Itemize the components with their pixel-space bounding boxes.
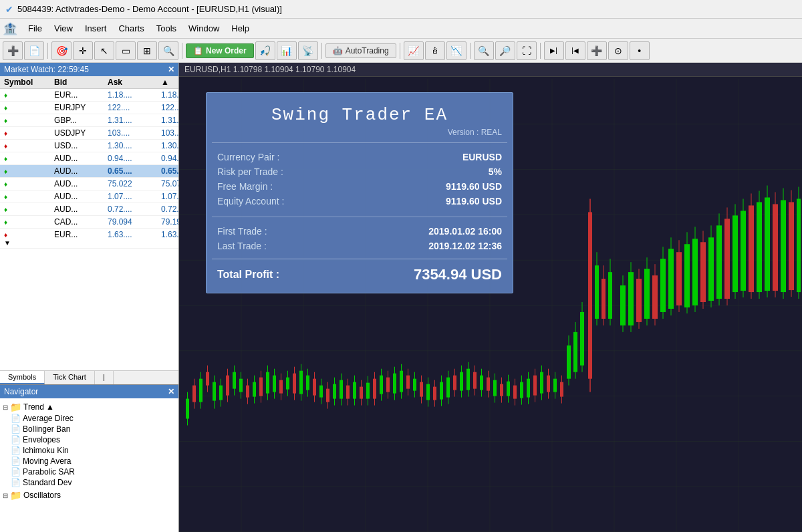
new-order-icon: 📋 — [193, 46, 203, 55]
menu-file[interactable]: File — [23, 22, 47, 35]
toolbar-fish[interactable]: 🎣 — [255, 41, 275, 60]
market-watch: Market Watch: 22:59:45 ✕ Symbol Bid Ask … — [0, 63, 178, 385]
market-watch-row[interactable]: ♦ USDJPY 103.... 103.... — [0, 127, 178, 140]
nav-item-label: Ichimoku Kin — [23, 446, 69, 455]
ea-first-trade-row: First Trade : 2019.01.02 16:00 — [217, 224, 502, 239]
nav-item[interactable]: 📄 Moving Avera — [3, 456, 176, 467]
menu-tools[interactable]: Tools — [151, 22, 182, 35]
ea-profit-label: Total Profit : — [217, 269, 279, 281]
navigator-close[interactable]: ✕ — [168, 387, 174, 396]
toolbar-tf-m5[interactable]: |◀ — [565, 41, 585, 60]
ask-value: 0.65... — [161, 166, 174, 176]
ask-value: 1.31... — [161, 116, 174, 125]
market-watch-row[interactable]: ♦ EURJPY 122.... 122.... — [0, 102, 178, 114]
market-watch-row[interactable]: ♦ GBP... 1.31.... 1.31... — [0, 114, 178, 127]
direction-icon: ♦ — [4, 104, 54, 112]
menu-insert[interactable]: Insert — [80, 22, 112, 35]
menu-charts[interactable]: Charts — [113, 22, 149, 35]
toolbar-green-plus[interactable]: ➕ — [3, 41, 23, 60]
tab-tick-chart[interactable]: Tick Chart — [45, 371, 95, 384]
ea-risk-row: Risk per Trade : 5% — [217, 164, 502, 179]
toolbar-sep4 — [400, 43, 400, 59]
market-watch-table: Symbol Bid Ask ▲ ♦ EUR... 1.18.... 1.18.… — [0, 76, 178, 370]
ea-profit: Total Profit : 7354.94 USD — [207, 259, 513, 293]
toolbar-line-chart[interactable]: 📉 — [446, 41, 466, 60]
direction-icon: ♦ — [4, 231, 54, 239]
symbol-name: AUD... — [54, 192, 108, 201]
toolbar-grid[interactable]: ⊞ — [137, 41, 157, 60]
nav-item[interactable]: 📄 Ichimoku Kin — [3, 445, 176, 456]
ea-risk-value: 5% — [489, 166, 502, 177]
toolbar-magnet[interactable]: 🔍 — [158, 41, 178, 60]
expand-icon: ⊟ — [3, 492, 8, 499]
nav-oscillators[interactable]: ⊟ 📁 Oscillators — [3, 489, 176, 501]
ask-value: 0.94... — [161, 154, 174, 163]
menu-view[interactable]: View — [49, 22, 78, 35]
ea-trades: First Trade : 2019.01.02 16:00 Last Trad… — [207, 217, 513, 259]
market-watch-row[interactable]: ♦ AUD... 1.07.... 1.07... — [0, 190, 178, 203]
toolbar-chart-bar[interactable]: 📈 — [404, 41, 424, 60]
toolbar-crosshair[interactable]: ✛ — [73, 41, 93, 60]
toolbar-tf-m1[interactable]: ▶| — [544, 41, 564, 60]
menu-bar: 🏦 File View Insert Charts Tools Window H… — [0, 19, 802, 39]
app-icon: 🏦 — [3, 21, 17, 36]
toolbar-wifi[interactable]: 📡 — [298, 41, 318, 60]
market-watch-row-selected[interactable]: ♦ AUD... 0.65.... 0.65... — [0, 165, 178, 178]
market-watch-row[interactable]: ♦ AUD... 0.94.... 0.94... — [0, 152, 178, 165]
toolbar-doc[interactable]: 📄 — [24, 41, 44, 60]
market-watch-row[interactable]: ♦ USD... 1.30.... 1.30... — [0, 140, 178, 152]
bid-value: 103.... — [108, 128, 161, 138]
toolbar-arrow[interactable]: ↖ — [94, 41, 114, 60]
menu-help[interactable]: Help — [226, 22, 255, 35]
toolbar-target[interactable]: 🎯 — [51, 41, 72, 60]
ea-panel: Swing Trader EA Version : REAL Currency … — [206, 92, 513, 293]
nav-item[interactable]: 📄 Bollinger Ban — [3, 424, 176, 434]
toolbar-sep5 — [470, 43, 471, 59]
toolbar-zoom-out[interactable]: 🔎 — [495, 41, 515, 60]
toolbar-chart2[interactable]: 📊 — [277, 41, 297, 60]
ea-info: Currency Pair : EURUSD Risk per Trade : … — [207, 143, 513, 217]
auto-trading-button[interactable]: 🤖 AutoTrading — [325, 43, 396, 58]
market-watch-row[interactable]: ♦ AUD... 75.022 75.071 — [0, 178, 178, 190]
direction-icon: ♦ — [4, 92, 54, 99]
toolbar-circle[interactable]: ⊙ — [608, 41, 628, 60]
nav-item[interactable]: 📄 Standard Dev — [3, 477, 176, 488]
bid-value: 1.63.... — [108, 230, 161, 239]
ea-risk-label: Risk per Trade : — [217, 166, 283, 177]
chart-canvas[interactable]: Swing Trader EA Version : REAL Currency … — [179, 79, 802, 532]
toolbar-dot[interactable]: • — [630, 41, 650, 60]
toolbar-rect[interactable]: ▭ — [116, 41, 136, 60]
bid-value: 0.72.... — [108, 205, 161, 214]
nav-file-icon: 📄 — [11, 414, 21, 423]
bid-value: 79.094 — [108, 217, 161, 227]
market-watch-row[interactable]: ♦ EUR... 1.18.... 1.18... — [0, 89, 178, 102]
toolbar-candle[interactable]: 🕯 — [425, 41, 445, 60]
menu-window[interactable]: Window — [183, 22, 225, 35]
market-watch-close[interactable]: ✕ — [168, 65, 174, 74]
expand-icon: ⊟ — [3, 404, 8, 411]
market-watch-row[interactable]: ♦ CAD... 79.094 79.190 — [0, 216, 178, 229]
nav-item-parabolic[interactable]: 📄 Parabolic SAR — [3, 467, 176, 477]
bid-value: 1.31.... — [108, 116, 161, 125]
title-checkmark: ✔ — [5, 4, 13, 15]
toolbar-plus-green[interactable]: ➕ — [587, 41, 607, 60]
market-watch-row[interactable]: ♦ AUD... 0.72.... 0.72... — [0, 203, 178, 216]
scroll-down: ▼ — [4, 239, 54, 247]
nav-root[interactable]: ⊟ 📁 Trend ▲ — [3, 401, 176, 413]
nav-file-icon: 📄 — [11, 467, 21, 477]
tab-symbols[interactable]: Symbols — [0, 371, 45, 384]
nav-item[interactable]: 📄 Average Direc — [3, 413, 176, 424]
nav-item-label: Average Direc — [23, 414, 74, 423]
bid-value: 1.18.... — [108, 90, 161, 100]
col-symbol: Symbol — [4, 78, 54, 87]
new-order-button[interactable]: 📋 New Order — [186, 43, 254, 58]
ask-value: 103.... — [161, 128, 174, 138]
toolbar-zoom-in[interactable]: 🔍 — [474, 41, 494, 60]
toolbar-full[interactable]: ⛶ — [517, 41, 537, 60]
chart-header: EURUSD,H1 1.10798 1.10904 1.10790 1.1090… — [179, 63, 802, 77]
toolbar-sep6 — [540, 43, 541, 59]
new-order-label: New Order — [206, 46, 247, 55]
market-watch-row[interactable]: ♦ EUR... 1.63.... 1.63... ▼ — [0, 229, 178, 249]
nav-item[interactable]: 📄 Envelopes — [3, 434, 176, 445]
nav-file-icon: 📄 — [11, 424, 21, 434]
